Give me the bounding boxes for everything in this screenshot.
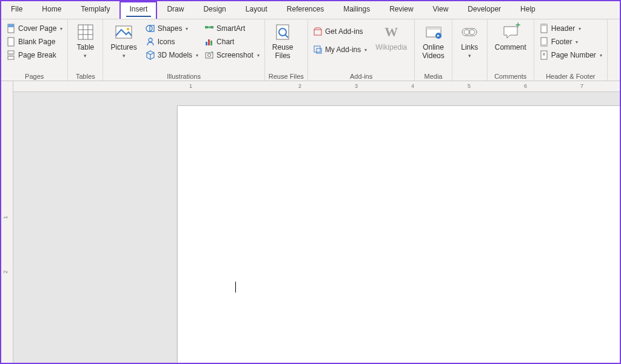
tab-help[interactable]: Help — [511, 1, 545, 19]
page-number-button[interactable]: # Page Number ▾ — [538, 50, 603, 61]
svg-rect-1 — [8, 24, 14, 27]
svg-rect-4 — [8, 56, 14, 59]
svg-rect-21 — [206, 53, 213, 58]
chevron-down-icon: ▾ — [579, 26, 581, 31]
document-page[interactable] — [177, 105, 621, 364]
ruler-h-6: 6 — [524, 83, 527, 89]
tab-draw[interactable]: Draw — [157, 1, 193, 19]
svg-point-22 — [208, 54, 211, 57]
tab-home[interactable]: Home — [32, 1, 71, 19]
svg-rect-36 — [541, 24, 547, 33]
wikipedia-icon: W — [381, 22, 401, 42]
tab-developer[interactable]: Developer — [458, 1, 511, 19]
ruler-h-2: 2 — [298, 83, 301, 89]
addins-icon — [313, 45, 323, 55]
reuse-files-icon — [273, 22, 292, 42]
table-button[interactable]: Table ▾ — [72, 21, 99, 61]
tab-references[interactable]: References — [277, 1, 334, 19]
tab-insert[interactable]: Insert — [119, 1, 157, 19]
chevron-down-icon: ▾ — [364, 47, 367, 53]
group-comments: + Comment Comments — [488, 19, 534, 81]
video-icon — [424, 22, 443, 42]
svg-rect-20 — [210, 41, 212, 45]
online-videos-label: Online Videos — [422, 43, 444, 61]
svg-rect-2 — [8, 38, 14, 46]
footer-label: Footer — [551, 38, 572, 46]
svg-rect-31 — [426, 27, 441, 30]
cover-page-label: Cover Page — [18, 24, 56, 33]
svg-rect-28 — [317, 48, 321, 53]
group-media: Online Videos Media — [415, 19, 452, 81]
tab-design[interactable]: Design — [193, 1, 235, 19]
tab-templafy[interactable]: Templafy — [71, 1, 119, 19]
svg-rect-17 — [210, 26, 213, 28]
smartart-icon — [204, 24, 214, 33]
reuse-files-button[interactable]: Reuse Files — [269, 21, 297, 62]
icons-label: Icons — [158, 38, 175, 46]
chart-icon — [204, 37, 214, 47]
ruler-v-1: 1 — [2, 216, 8, 219]
my-addins-button[interactable]: My Add-ins ▾ — [312, 44, 368, 55]
svg-rect-39 — [541, 44, 547, 46]
svg-rect-14 — [150, 25, 154, 31]
pictures-button[interactable]: Pictures ▾ — [107, 21, 140, 61]
svg-rect-11 — [116, 26, 132, 38]
blank-page-button[interactable]: Blank Page — [5, 36, 64, 47]
link-icon — [460, 22, 479, 42]
chevron-down-icon: ▾ — [468, 53, 471, 59]
tab-file[interactable]: File — [1, 1, 32, 19]
comment-label: Comment — [495, 43, 526, 51]
svg-point-33 — [464, 30, 470, 35]
screenshot-button[interactable]: Screenshot ▾ — [203, 50, 261, 61]
svg-point-24 — [279, 28, 286, 36]
svg-text:+: + — [515, 22, 520, 30]
chart-button[interactable]: Chart — [203, 36, 261, 47]
my-addins-label: My Add-ins — [325, 45, 361, 54]
footer-icon — [539, 37, 549, 47]
ribbon: Cover Page ▾ Blank Page Page Break Page — [1, 19, 620, 81]
group-reuse-files-label: Reuse Files — [269, 72, 304, 80]
vertical-ruler[interactable]: 1 2 — [1, 81, 13, 363]
group-pages: Cover Page ▾ Blank Page Page Break Page — [1, 19, 68, 81]
svg-rect-26 — [314, 30, 321, 35]
ribbon-tabs: File Home Templafy Insert Draw Design La… — [1, 1, 620, 19]
document-workspace: 1 2 1 2 3 4 5 6 7 — [1, 81, 620, 363]
shapes-button[interactable]: Shapes ▾ — [144, 23, 200, 34]
smartart-button[interactable]: SmartArt — [203, 23, 261, 34]
online-videos-button[interactable]: Online Videos — [418, 21, 448, 62]
3d-models-button[interactable]: 3D Models ▾ — [144, 50, 200, 61]
tab-view[interactable]: View — [423, 1, 458, 19]
footer-button[interactable]: Footer ▾ — [538, 36, 603, 47]
text-cursor — [235, 282, 236, 293]
cover-page-icon — [6, 24, 16, 33]
wikipedia-button[interactable]: W Wikipedia — [372, 21, 411, 53]
page-break-button[interactable]: Page Break — [5, 50, 64, 61]
icons-button[interactable]: Icons — [144, 36, 200, 47]
blank-page-label: Blank Page — [18, 38, 55, 46]
comment-button[interactable]: + Comment — [491, 21, 530, 53]
tab-mailings[interactable]: Mailings — [334, 1, 380, 19]
tab-review[interactable]: Review — [380, 1, 423, 19]
pictures-icon — [114, 22, 133, 42]
cover-page-button[interactable]: Cover Page ▾ — [5, 23, 64, 34]
ruler-h-1: 1 — [189, 83, 192, 89]
pictures-label: Pictures — [110, 43, 136, 51]
links-label: Links — [461, 43, 478, 51]
links-button[interactable]: Links ▾ — [456, 21, 483, 61]
horizontal-ruler[interactable]: 1 2 3 4 5 6 7 — [13, 81, 620, 92]
chevron-down-icon: ▾ — [576, 39, 578, 45]
page-break-label: Page Break — [18, 51, 56, 59]
ruler-h-3: 3 — [355, 83, 358, 89]
shapes-icon — [146, 24, 155, 33]
tab-layout[interactable]: Layout — [236, 1, 277, 19]
svg-point-34 — [469, 30, 475, 35]
chevron-down-icon: ▾ — [60, 26, 62, 31]
svg-rect-29 — [426, 27, 441, 37]
get-addins-button[interactable]: Get Add-ins — [312, 26, 368, 37]
smartart-label: SmartArt — [217, 24, 245, 33]
chevron-down-icon: ▾ — [196, 53, 198, 58]
screenshot-label: Screenshot — [217, 51, 253, 59]
header-button[interactable]: Header ▾ — [538, 23, 603, 34]
header-icon — [539, 24, 549, 33]
ruler-ticks: 1 2 3 4 5 6 7 — [177, 81, 620, 92]
